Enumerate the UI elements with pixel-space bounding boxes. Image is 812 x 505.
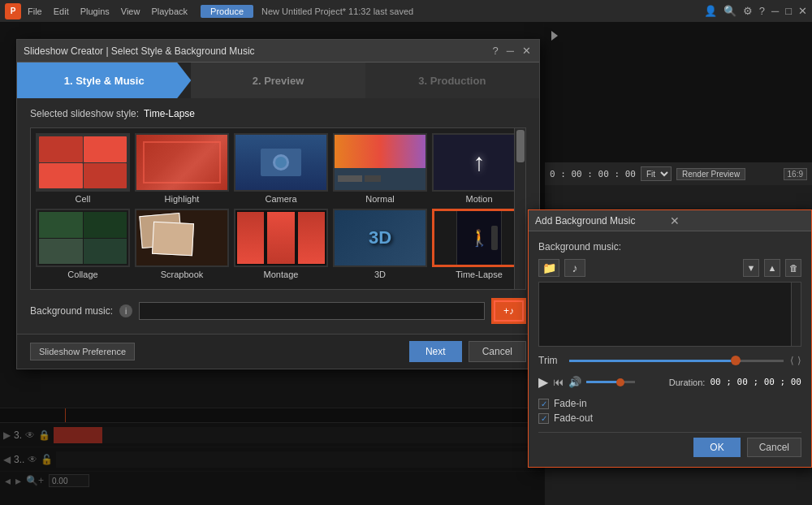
- scrapbook-label: Scrapbook: [161, 270, 204, 279]
- motion-label: Motion: [465, 194, 492, 204]
- music-list-scrollbar[interactable]: [791, 283, 801, 346]
- trim-handle[interactable]: [731, 356, 741, 365]
- bm-footer: OK Cancel: [538, 432, 801, 457]
- trim-end-icon[interactable]: ⟩: [797, 355, 801, 366]
- style-item-scrapbook[interactable]: Scrapbook: [135, 209, 229, 279]
- style-item-motion[interactable]: ↑ Motion: [432, 133, 526, 204]
- menu-view[interactable]: View: [121, 6, 140, 16]
- step-production[interactable]: 3. Production: [365, 63, 539, 98]
- add-music-button[interactable]: +♪: [494, 300, 524, 322]
- preview-triangle-icon: [551, 31, 558, 41]
- bg-music-close-icon[interactable]: ✕: [670, 214, 805, 227]
- info-icon[interactable]: i: [119, 304, 132, 317]
- style-item-collage[interactable]: Collage: [36, 209, 130, 279]
- trim-start-icon[interactable]: ⟨: [790, 355, 794, 366]
- style-item-cell[interactable]: Cell: [36, 133, 130, 204]
- style-row-1: Cell Highlight: [36, 133, 520, 204]
- timelapse-thumb: 🚶: [432, 209, 526, 267]
- tc3: [39, 163, 83, 189]
- collage-label: Collage: [67, 270, 97, 279]
- style-item-3d[interactable]: 3D 3D: [333, 209, 427, 279]
- dialog-title-bar: Slideshow Creator | Select Style & Backg…: [17, 40, 539, 63]
- dialog-content: Selected slideshow style: Time-Lapse: [17, 98, 539, 334]
- dialog-title: Slideshow Creator | Select Style & Backg…: [24, 45, 491, 57]
- music-input[interactable]: [139, 302, 485, 320]
- add-music-icon: +♪: [503, 305, 514, 317]
- settings-icon[interactable]: ⚙: [743, 5, 753, 17]
- style-item-normal[interactable]: Normal: [333, 133, 427, 204]
- volume-handle[interactable]: [616, 378, 624, 386]
- playback-section: ▶ ⏮ 🔊 Duration: 00 ; 00 ; 00 ; 00: [538, 374, 801, 390]
- cancel-button[interactable]: Cancel: [469, 341, 526, 362]
- produce-button[interactable]: Produce: [201, 5, 253, 18]
- search-icon[interactable]: 🔍: [723, 5, 736, 17]
- menu-file[interactable]: File: [28, 6, 42, 16]
- move-up-button[interactable]: ▲: [764, 259, 780, 277]
- step-style-music[interactable]: 1. Style & Music: [17, 63, 191, 98]
- bm-cancel-button[interactable]: Cancel: [747, 438, 801, 457]
- add-music-container: +♪: [491, 298, 526, 324]
- motion-thumb: ↑: [432, 133, 526, 192]
- add-file-button[interactable]: 📁: [538, 259, 559, 277]
- help-icon[interactable]: ?: [759, 5, 765, 17]
- move-down-button[interactable]: ▼: [743, 259, 759, 277]
- style-item-montage[interactable]: Montage: [234, 209, 328, 279]
- trim-slider[interactable]: [569, 360, 784, 362]
- style-item-timelapse[interactable]: 🚶 Time-Lapse: [432, 209, 526, 279]
- menu-edit[interactable]: Edit: [54, 6, 69, 16]
- minimize-icon[interactable]: ─: [771, 5, 779, 17]
- preview-controls-bar: 0 : 00 : 00 : 00 Fit Render Preview 16:9: [545, 162, 812, 185]
- left-area: Slideshow Creator | Select Style & Backg…: [0, 23, 544, 505]
- dialog-close-icon[interactable]: ✕: [520, 45, 533, 57]
- maximize-icon[interactable]: □: [785, 5, 792, 17]
- trim-end-icons: ⟨ ⟩: [790, 355, 801, 366]
- cell-label: Cell: [76, 194, 91, 204]
- footer-buttons: Next Cancel: [409, 341, 526, 362]
- fade-in-label: Fade-in: [554, 398, 587, 409]
- menu-plugins[interactable]: Plugins: [80, 6, 110, 16]
- top-bar-icons: 👤 🔍 ⚙ ? ─ □ ✕: [704, 5, 807, 17]
- fade-options: Fade-in Fade-out: [538, 398, 801, 424]
- step-preview[interactable]: 2. Preview: [191, 63, 365, 98]
- dialog-minimize-icon[interactable]: ─: [505, 45, 516, 57]
- dialog-help-icon[interactable]: ?: [491, 45, 500, 57]
- fade-out-checkbox[interactable]: [538, 413, 549, 424]
- add-music-note-button[interactable]: ♪: [564, 259, 585, 277]
- menu-playback[interactable]: Playback: [151, 6, 188, 16]
- bg-music-dialog-title: Add Background Music: [535, 215, 670, 227]
- render-preview-button[interactable]: Render Preview: [676, 168, 745, 180]
- timelapse-label: Time-Lapse: [456, 270, 503, 279]
- bg-music-section: Background music: i +♪: [30, 298, 526, 324]
- dialog-footer: Slideshow Preference Next Cancel: [17, 334, 539, 369]
- volume-icon[interactable]: 🔊: [568, 376, 581, 388]
- next-button[interactable]: Next: [409, 341, 462, 362]
- fade-in-row: Fade-in: [538, 398, 801, 409]
- bg-music-dialog: Add Background Music ✕ Background music:…: [528, 209, 812, 468]
- style-item-highlight[interactable]: Highlight: [135, 133, 229, 204]
- normal-thumb: [333, 133, 427, 192]
- duration-value: 00 ; 00 ; 00 ; 00: [710, 377, 801, 387]
- fade-in-checkbox[interactable]: [538, 399, 549, 409]
- tc2: [84, 136, 127, 162]
- slideshow-dialog: Slideshow Creator | Select Style & Backg…: [16, 39, 540, 369]
- volume-slider[interactable]: [586, 381, 635, 383]
- user-icon[interactable]: 👤: [704, 5, 717, 17]
- music-list-area[interactable]: [538, 282, 801, 347]
- delete-button[interactable]: 🗑: [785, 259, 801, 277]
- project-title: New Untitled Project* 11:32 last saved: [261, 6, 704, 16]
- ok-button[interactable]: OK: [693, 438, 740, 457]
- duration-label: Duration:: [669, 378, 706, 387]
- style-item-camera[interactable]: Camera: [234, 133, 328, 204]
- bg-label-row: Background music:: [538, 241, 801, 252]
- play-button[interactable]: ▶: [538, 374, 548, 390]
- fit-select[interactable]: Fit: [641, 166, 672, 181]
- main-layout: Slideshow Creator | Select Style & Backg…: [0, 23, 812, 505]
- style-grid: Cell Highlight: [31, 128, 525, 284]
- rewind-button[interactable]: ⏮: [553, 376, 564, 388]
- bg-music-body: Background music: 📁 ♪ ▼ ▲ 🗑 Trim: [529, 231, 811, 467]
- slideshow-prefs-button[interactable]: Slideshow Preference: [30, 343, 135, 360]
- close-icon[interactable]: ✕: [798, 5, 807, 17]
- selected-style-value: Time-Lapse: [144, 108, 195, 119]
- preview-area: 0 : 00 : 00 : 00 Fit Render Preview 16:9: [545, 23, 812, 185]
- grid-scrollbar[interactable]: [514, 128, 525, 289]
